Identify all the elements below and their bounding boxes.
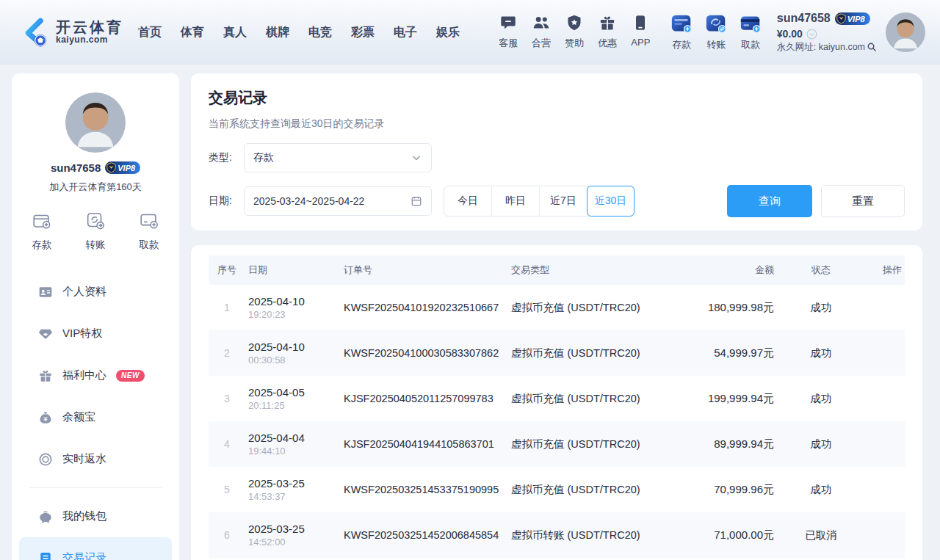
column-header-5: 状态 — [777, 263, 865, 277]
range-button-2[interactable]: 近7日 — [540, 186, 588, 216]
cell-type: 虚拟币充值 (USDT/TRC20) — [508, 346, 667, 360]
refresh-balance-icon[interactable] — [806, 29, 817, 40]
wallet-link-label: 存款 — [672, 38, 691, 51]
cell-date: 2025-03-2514:52:00 — [245, 523, 341, 548]
cell-date-value: 2025-04-10 — [248, 295, 338, 308]
cell-date: 2025-04-0419:44:10 — [245, 432, 341, 457]
sponsor-icon — [565, 14, 583, 34]
nav-item-3[interactable]: 棋牌 — [266, 25, 289, 40]
cell-amount: 180,999.98元 — [667, 301, 777, 315]
sidebar-item-wallet-menu[interactable]: 我的钱包 — [19, 495, 172, 537]
quick-link-partners[interactable]: 合营 — [525, 14, 558, 50]
cell-order-no: KJSF202504041944105863701 — [341, 438, 508, 450]
sidebar-item-records[interactable]: 交易记录 — [19, 537, 172, 560]
side-action-label: 转账 — [86, 239, 106, 252]
table-header: 序号日期订单号交易类型金额状态操作 — [209, 255, 905, 285]
range-button-1[interactable]: 昨日 — [492, 186, 540, 216]
nav-item-0[interactable]: 首页 — [138, 25, 162, 40]
sidebar-item-welfare[interactable]: 福利中心NEW — [19, 354, 172, 396]
side-action-transfer[interactable]: 转账 — [84, 210, 106, 252]
sidebar-vip-badge: VIP8 — [105, 161, 140, 174]
sidebar-item-yuebao[interactable]: 余额宝 — [19, 396, 172, 438]
records-icon — [38, 551, 53, 560]
date-range-input[interactable]: 2025-03-24~2025-04-22 — [244, 186, 432, 216]
vip-icon — [38, 327, 53, 341]
cell-amount: 70,999.96元 — [667, 483, 777, 497]
range-button-3[interactable]: 近30日 — [587, 186, 634, 217]
cell-order-no: KWSF202504101920232510667 — [341, 302, 508, 313]
cell-time-value: 19:20:23 — [248, 309, 338, 320]
cell-status: 成功 — [777, 392, 865, 406]
side-action-wallet[interactable]: 存款 — [31, 210, 53, 252]
cell-date-value: 2025-04-10 — [248, 341, 338, 353]
cell-amount: 71,000.00元 — [667, 528, 777, 542]
sidebar-item-label: 实时返水 — [62, 452, 106, 466]
wallet-link-withdraw[interactable]: 取款 — [734, 13, 768, 51]
quick-link-app[interactable]: APP — [624, 14, 657, 50]
quick-link-sponsor[interactable]: 赞助 — [558, 14, 591, 50]
cell-index: 3 — [209, 393, 245, 404]
nav-item-1[interactable]: 体育 — [181, 25, 204, 40]
header-right: 客服合营赞助优惠APP 存款转账取款 sun47658 VIP8 ¥0.00 永… — [492, 11, 925, 53]
rebate-icon — [38, 452, 53, 467]
type-select[interactable]: 存款 — [244, 143, 432, 172]
sidebar-item-vip[interactable]: VIP特权 — [19, 313, 172, 354]
sidebar-item-label: 交易记录 — [62, 551, 106, 560]
table-row: 12025-04-1019:20:23KWSF20250410192023251… — [209, 285, 905, 330]
sidebar-item-label: 个人资料 — [62, 285, 106, 299]
kaiyun-logo-icon — [15, 15, 50, 50]
filter-panel: 交易记录 当前系统支持查询最近30日的交易记录 类型: 存款 日期: 2025-… — [191, 73, 922, 230]
sidebar-menu-primary: 个人资料VIP特权福利中心NEW余额宝实时返水 — [19, 271, 172, 480]
wallet-links: 存款转账取款 — [665, 13, 768, 51]
wallet-link-label: 转账 — [706, 38, 726, 51]
join-days-text: 加入开云体育第160天 — [12, 181, 179, 194]
sidebar-menu: 个人资料VIP特权福利中心NEW余额宝实时返水 我的钱包交易记录 — [12, 271, 179, 560]
reset-button[interactable]: 重置 — [821, 185, 905, 217]
sidebar-item-rebate[interactable]: 实时返水 — [19, 438, 172, 480]
wallet-link-transfer[interactable]: 转账 — [699, 13, 734, 51]
sidebar-item-label: 余额宝 — [62, 410, 95, 424]
new-badge: NEW — [116, 370, 145, 382]
transfer-3d-icon — [705, 13, 727, 37]
transfer-outline-icon — [84, 210, 106, 234]
cell-status: 成功 — [777, 483, 865, 497]
quick-link-label: 赞助 — [565, 37, 584, 50]
cell-status: 成功 — [777, 437, 865, 451]
cell-time-value: 19:44:10 — [248, 446, 338, 457]
nav-item-5[interactable]: 彩票 — [351, 25, 375, 40]
brand-logo[interactable]: 开云体育 kaiyun.com — [15, 15, 123, 50]
cell-order-no: KWSF202503251453375190995 — [341, 484, 508, 495]
sidebar-avatar[interactable] — [65, 92, 126, 153]
column-header-4: 金额 — [667, 263, 777, 277]
nav-item-6[interactable]: 电子 — [394, 25, 417, 40]
range-button-0[interactable]: 今日 — [444, 186, 492, 216]
nav-item-4[interactable]: 电竞 — [308, 25, 332, 40]
side-action-withdraw[interactable]: 取款 — [138, 210, 160, 252]
search-button[interactable]: 查询 — [727, 185, 812, 217]
quick-link-label: 客服 — [499, 37, 518, 50]
cell-index: 2 — [209, 347, 245, 359]
perma-url: 永久网址: kaiyun.com — [777, 41, 865, 53]
header-avatar[interactable] — [886, 12, 925, 52]
quick-link-promo[interactable]: 优惠 — [591, 14, 624, 50]
nav-item-7[interactable]: 娱乐 — [436, 25, 460, 40]
search-icon[interactable] — [867, 42, 877, 52]
partners-icon — [532, 14, 550, 34]
page-title: 交易记录 — [209, 88, 905, 108]
column-header-3: 交易类型 — [508, 263, 667, 277]
table-row: 32025-04-0520:11:25KJSF20250405201125709… — [209, 376, 905, 421]
yuebao-icon — [38, 410, 53, 425]
nav-item-2[interactable]: 真人 — [223, 25, 247, 40]
sidebar-item-label: 福利中心 — [62, 368, 106, 382]
wallet-link-deposit[interactable]: 存款 — [665, 13, 699, 51]
cell-date-value: 2025-04-05 — [248, 386, 338, 399]
quick-range-group: 今日昨日近7日近30日 — [444, 186, 634, 217]
quick-link-support[interactable]: 客服 — [492, 14, 525, 50]
menu-divider — [29, 487, 162, 488]
table-row: 22025-04-1000:30:58KWSF20250410003058330… — [209, 330, 905, 376]
sidebar-item-profile[interactable]: 个人资料 — [19, 271, 172, 313]
page-subtitle: 当前系统支持查询最近30日的交易记录 — [209, 117, 905, 131]
cell-amount: 54,999.97元 — [667, 346, 777, 360]
column-header-0: 序号 — [209, 263, 245, 277]
sidebar-menu-secondary: 我的钱包交易记录 — [19, 495, 172, 560]
